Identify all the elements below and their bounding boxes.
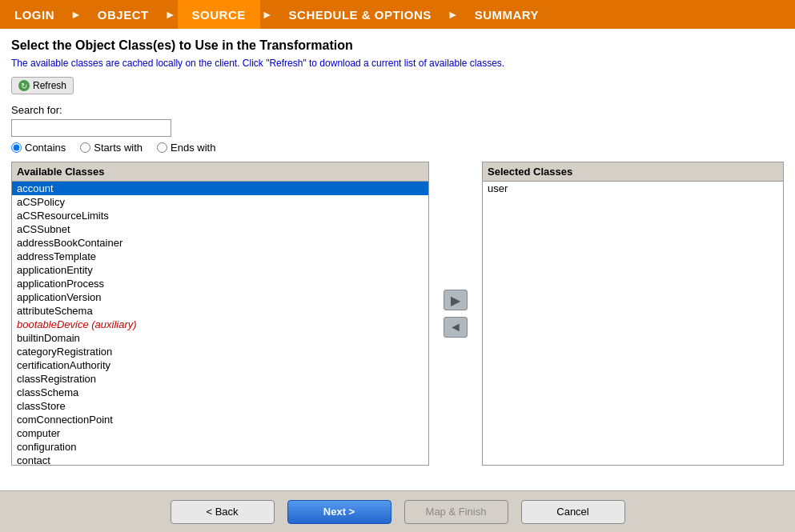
available-class-item[interactable]: classStore <box>12 399 428 413</box>
radio-ends-label: Ends with <box>171 142 215 154</box>
available-class-item[interactable]: classRegistration <box>12 372 428 386</box>
nav-schedule-options[interactable]: SCHEDULE & OPTIONS <box>275 0 446 29</box>
arrow-buttons: ▶ ◄ <box>437 162 474 466</box>
available-class-item[interactable]: comConnectionPoint <box>12 413 428 426</box>
available-class-item[interactable]: applicationProcess <box>12 277 428 290</box>
available-class-item[interactable]: aCSPolicy <box>12 195 428 209</box>
available-class-item[interactable]: configuration <box>12 440 428 454</box>
available-class-item[interactable]: classSchema <box>12 386 428 399</box>
nav-arrow-4: ► <box>446 8 460 21</box>
available-class-item[interactable]: addressTemplate <box>12 250 428 263</box>
search-input[interactable] <box>11 119 171 137</box>
page-subtitle: The available classes are cached locally… <box>11 58 784 69</box>
move-left-button[interactable]: ◄ <box>444 317 468 338</box>
available-class-item[interactable]: contact <box>12 454 428 465</box>
available-class-item[interactable]: bootableDevice (auxiliary) <box>12 318 428 331</box>
selected-classes-header: Selected Classes <box>483 162 783 182</box>
radio-group: Contains Starts with Ends with <box>11 142 784 154</box>
selected-class-item[interactable]: user <box>483 182 783 195</box>
top-navigation: LOGIN ► OBJECT ► SOURCE ► SCHEDULE & OPT… <box>0 0 795 29</box>
available-class-item[interactable]: computer <box>12 426 428 440</box>
search-label: Search for: <box>11 104 784 116</box>
available-class-item[interactable]: account <box>12 182 428 195</box>
refresh-icon: ↻ <box>18 80 30 91</box>
next-button[interactable]: Next > <box>287 500 391 524</box>
radio-starts-with[interactable]: Starts with <box>80 142 143 154</box>
refresh-button[interactable]: ↻ Refresh <box>11 77 74 94</box>
radio-contains[interactable]: Contains <box>11 142 66 154</box>
main-content: Select the Object Class(es) to Use in th… <box>0 29 795 490</box>
radio-starts-input[interactable] <box>80 142 90 153</box>
radio-starts-label: Starts with <box>94 142 143 154</box>
back-button[interactable]: < Back <box>171 500 275 524</box>
available-class-item[interactable]: builtinDomain <box>12 331 428 345</box>
available-classes-list[interactable]: accountaCSPolicyaCSResourceLimitsaCSSubn… <box>12 182 428 465</box>
move-right-button[interactable]: ▶ <box>444 290 468 310</box>
nav-source[interactable]: SOURCE <box>178 0 260 29</box>
available-classes-container: Available Classes accountaCSPolicyaCSRes… <box>11 162 429 466</box>
search-section: Search for: Contains Starts with Ends wi… <box>11 104 784 154</box>
radio-ends-with[interactable]: Ends with <box>157 142 215 154</box>
lists-area: Available Classes accountaCSPolicyaCSRes… <box>11 162 784 466</box>
selected-classes-container: Selected Classes user <box>482 162 784 466</box>
page-title: Select the Object Class(es) to Use in th… <box>11 38 784 53</box>
map-finish-button: Map & Finish <box>404 500 508 524</box>
nav-arrow-2: ► <box>163 8 178 21</box>
nav-login[interactable]: LOGIN <box>0 0 69 29</box>
available-class-item[interactable]: categoryRegistration <box>12 345 428 358</box>
nav-arrow-3: ► <box>260 8 275 21</box>
radio-contains-label: Contains <box>25 142 66 154</box>
cancel-button[interactable]: Cancel <box>521 500 625 524</box>
available-classes-header: Available Classes <box>12 162 428 182</box>
available-class-item[interactable]: applicationVersion <box>12 290 428 304</box>
bottom-bar: < Back Next > Map & Finish Cancel <box>0 490 795 532</box>
refresh-label: Refresh <box>33 80 66 91</box>
radio-ends-input[interactable] <box>157 142 167 153</box>
nav-object[interactable]: OBJECT <box>83 0 163 29</box>
available-class-item[interactable]: applicationEntity <box>12 263 428 277</box>
available-class-item[interactable]: attributeSchema <box>12 304 428 318</box>
nav-summary[interactable]: SUMMARY <box>460 0 553 29</box>
selected-classes-list[interactable]: user <box>483 182 783 465</box>
available-class-item[interactable]: aCSResourceLimits <box>12 209 428 222</box>
available-class-item[interactable]: certificationAuthority <box>12 358 428 372</box>
available-class-item[interactable]: addressBookContainer <box>12 236 428 250</box>
available-class-item[interactable]: aCSSubnet <box>12 222 428 236</box>
nav-arrow-1: ► <box>69 8 83 21</box>
radio-contains-input[interactable] <box>11 142 22 153</box>
